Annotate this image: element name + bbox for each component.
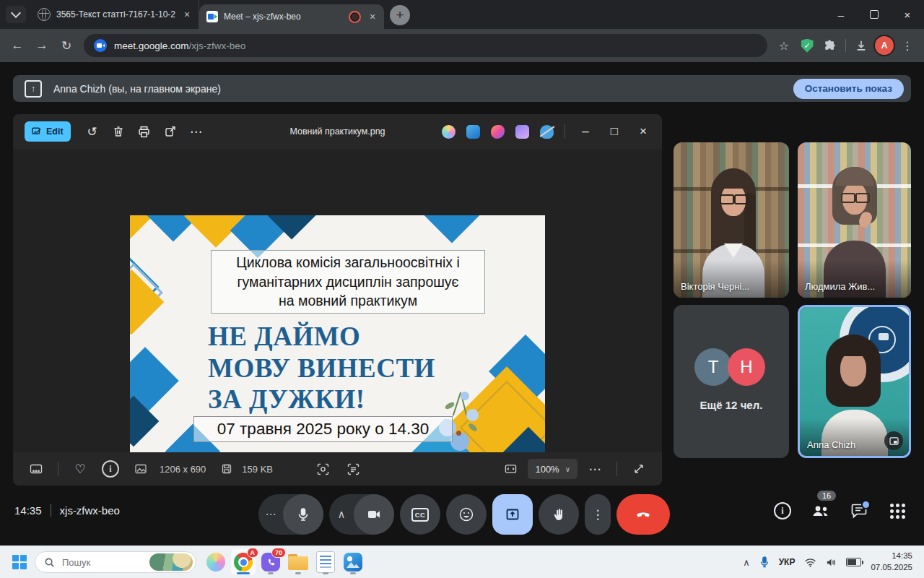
self-tile-anna-chizh[interactable]: Anna Chizh (798, 305, 911, 458)
copilot-app-icon[interactable] (437, 121, 459, 142)
print-icon[interactable] (131, 118, 157, 144)
speaker-icon[interactable] (826, 558, 837, 567)
taskbar-search[interactable] (35, 551, 196, 573)
search-highlight-image[interactable] (149, 553, 193, 571)
participant-count-badge: 16 (817, 491, 836, 501)
chrome-profile-badge: A (247, 548, 259, 558)
visual-search-icon[interactable] (310, 456, 336, 482)
reload-button[interactable]: ↻ (55, 34, 78, 57)
camera-options-button[interactable]: ∧ (329, 494, 354, 535)
present-button-active[interactable] (492, 494, 533, 535)
rotate-icon[interactable]: ↺ (79, 118, 105, 144)
pip-button[interactable] (884, 431, 903, 450)
activities-apps-button[interactable] (888, 501, 907, 520)
extensions-puzzle-icon[interactable] (819, 35, 841, 56)
back-button[interactable]: ← (6, 34, 29, 57)
apps-grid-icon (890, 504, 905, 519)
photos-maximize-button[interactable]: □ (601, 118, 627, 144)
battery-icon[interactable] (846, 558, 861, 566)
zoom-level-dropdown[interactable]: 100% ∨ (528, 459, 578, 479)
taskbar-search-input[interactable] (61, 556, 144, 569)
language-indicator[interactable]: УКР (779, 557, 796, 567)
favorite-heart-icon[interactable]: ♡ (67, 456, 93, 482)
participant-tile-liudmyla[interactable]: Людмила Жив... (798, 142, 911, 298)
ocr-text-icon[interactable] (340, 456, 366, 482)
statusbar-more-icon[interactable]: ⋯ (582, 456, 608, 482)
meeting-info: 14:35 xjs-zfwx-beo (14, 504, 120, 517)
fit-to-window-icon[interactable] (497, 456, 523, 482)
meeting-details-button[interactable]: i (773, 501, 792, 520)
browser-tab-meet[interactable]: Meet – xjs-zfwx-beo × (199, 4, 384, 29)
window-close-button[interactable]: × (891, 0, 924, 29)
filmstrip-icon[interactable] (23, 456, 49, 482)
stop-presenting-button[interactable]: Остановить показ (793, 79, 904, 99)
tile-shade (798, 260, 911, 298)
onedrive-disabled-icon[interactable] (536, 121, 557, 142)
running-app-indicator (295, 572, 301, 574)
taskbar-copilot-icon[interactable] (204, 549, 228, 575)
window-restore-button[interactable] (858, 0, 891, 29)
photos-minimize-button[interactable]: – (572, 118, 598, 144)
forward-button[interactable]: → (30, 34, 53, 57)
window-minimize-button[interactable]: – (824, 0, 858, 29)
file-size: 159 KB (242, 464, 273, 475)
tab-title: Meet – xjs-zfwx-beo (224, 12, 343, 22)
more-options-icon[interactable]: ⋯ (183, 118, 209, 144)
microphone-icon (296, 507, 310, 522)
start-button[interactable] (9, 549, 33, 575)
reactions-button[interactable] (446, 494, 487, 535)
profile-avatar[interactable]: A (873, 35, 895, 56)
people-button[interactable]: 16 (811, 501, 830, 520)
captions-button[interactable]: CC (400, 494, 440, 535)
taskbar-chrome-icon[interactable]: A (231, 549, 256, 575)
window-controls: – × (824, 0, 924, 29)
new-tab-button[interactable]: + (390, 5, 410, 25)
wifi-icon[interactable] (804, 558, 816, 567)
edit-button[interactable]: Edit (25, 121, 71, 142)
meeting-panel-buttons: i 16 (773, 501, 907, 520)
taskbar-explorer-icon[interactable] (286, 549, 310, 575)
taskbar-viber-icon[interactable]: 70 (258, 549, 283, 575)
file-size-icon (217, 456, 236, 482)
photos-statusbar: ♡ i 1206 x 690 159 KB (13, 452, 662, 486)
tray-microphone-icon[interactable] (759, 556, 770, 568)
clipchamp-app-icon[interactable] (511, 121, 533, 142)
tray-clock[interactable]: 14:35 07.05.2025 (871, 551, 912, 573)
camera-button[interactable] (354, 494, 394, 535)
delete-trash-icon[interactable] (105, 118, 131, 144)
chat-button[interactable] (850, 501, 868, 520)
mic-options-button[interactable]: ⋯ (258, 494, 283, 535)
bookmark-star-icon[interactable]: ☆ (773, 35, 795, 56)
more-options-button[interactable]: ⋮ (585, 494, 611, 535)
taskbar-writer-icon[interactable] (313, 549, 338, 575)
hand-icon (552, 507, 566, 522)
file-info-icon[interactable]: i (97, 456, 123, 482)
end-call-button[interactable] (616, 494, 670, 535)
gallery-app-icon[interactable] (462, 121, 484, 142)
photos-close-button[interactable]: × (630, 118, 656, 144)
adblock-shield-icon[interactable]: ✓ (796, 35, 818, 56)
windows-logo-icon (12, 555, 27, 569)
taskbar-photos-icon[interactable] (341, 549, 365, 575)
chevron-down-icon: ∨ (565, 465, 570, 473)
avatar-h: H (728, 348, 765, 386)
avatar-t: T (694, 348, 732, 386)
share-icon[interactable] (157, 118, 183, 144)
running-app-indicator (350, 572, 356, 574)
tab-close-icon[interactable]: × (367, 11, 378, 22)
raise-hand-button[interactable] (539, 494, 579, 535)
tray-expand-chevron[interactable]: ∧ (743, 557, 750, 568)
participant-tile-viktoriia[interactable]: Вікторія Черні... (674, 142, 789, 298)
tab-close-icon[interactable]: × (181, 9, 193, 20)
address-bar[interactable]: meet.google.com/xjs-zfwx-beo (84, 34, 767, 57)
browser-menu-kebab-icon[interactable]: ⋮ (897, 35, 918, 56)
designer-app-icon[interactable] (487, 121, 508, 142)
poster-date-box: 07 травня 2025 року о 14.30 (193, 416, 453, 442)
fullscreen-expand-icon[interactable] (626, 456, 652, 482)
more-participants-tile[interactable]: T H Ещё 12 чел. (674, 305, 789, 458)
meet-camera-icon (94, 39, 107, 52)
microphone-button[interactable] (283, 494, 323, 535)
tab-search-button[interactable] (6, 6, 26, 23)
browser-tab-document[interactable]: 3565-Текст статті-7167-1-10-2 × (30, 0, 199, 29)
downloads-icon[interactable] (850, 35, 872, 56)
